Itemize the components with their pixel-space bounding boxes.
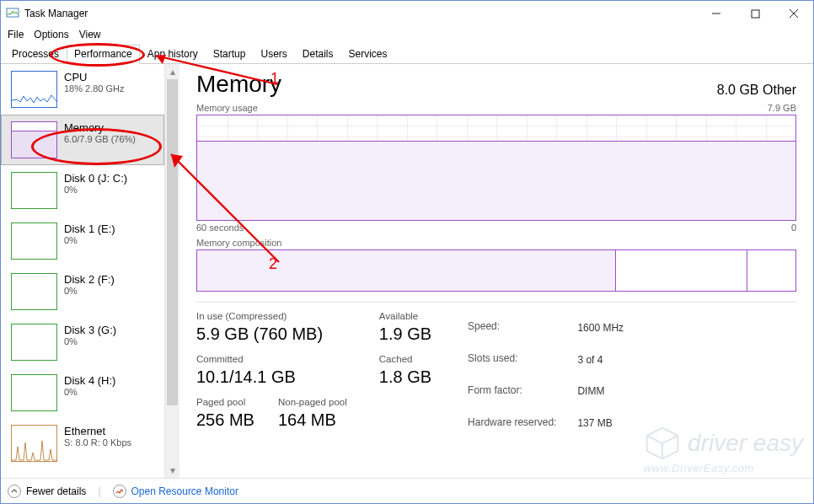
memory-composition-chart	[196, 249, 796, 292]
cached-label: Cached	[379, 354, 431, 364]
disk-mini-chart-icon	[11, 223, 57, 260]
scroll-up-icon[interactable]: ▴	[165, 64, 179, 79]
tab-processes[interactable]: Processes	[4, 45, 67, 64]
sidebar-item-label: Disk 1 (E:)	[64, 223, 115, 235]
disk-mini-chart-icon	[11, 172, 57, 209]
sidebar-item-disk0[interactable]: Disk 0 (J: C:) 0%	[1, 165, 164, 216]
form-value: DIMM	[576, 377, 624, 407]
memory-meta-table: Speed:1600 MHz Slots used:3 of 4 Form fa…	[465, 311, 626, 440]
sidebar: CPU 18% 2.80 GHz Memory 6.0/7.9 GB (76%)…	[1, 64, 179, 478]
sidebar-item-disk4[interactable]: Disk 4 (H:) 0%	[1, 367, 164, 418]
sidebar-item-value: 0%	[64, 286, 115, 296]
menu-options[interactable]: Options	[34, 29, 68, 40]
window-title: Task Manager	[24, 8, 88, 19]
tab-performance[interactable]: Performance	[67, 45, 140, 64]
resource-monitor-label: Open Resource Monitor	[131, 485, 238, 497]
sidebar-item-disk3[interactable]: Disk 3 (G:) 0%	[1, 317, 164, 367]
tab-details[interactable]: Details	[295, 45, 341, 64]
sidebar-item-label: CPU	[64, 71, 125, 83]
speed-label: Speed:	[467, 313, 575, 343]
watermark-url: www.DriverEasy.com	[644, 462, 803, 475]
scroll-thumb[interactable]	[167, 79, 178, 405]
main-panel: Memory 8.0 GB Other Memory usage 7.9 GB …	[179, 64, 813, 478]
watermark: driver easy www.DriverEasy.com	[644, 425, 803, 475]
sidebar-item-label: Disk 0 (J: C:)	[64, 172, 127, 185]
menu-view[interactable]: View	[79, 29, 101, 40]
sidebar-item-disk1[interactable]: Disk 1 (E:) 0%	[1, 216, 164, 266]
cpu-mini-chart-icon	[11, 71, 57, 108]
sidebar-item-cpu[interactable]: CPU 18% 2.80 GHz	[1, 64, 164, 115]
slots-value: 3 of 4	[576, 345, 624, 375]
sidebar-item-label: Memory	[64, 121, 136, 134]
sidebar-item-value: 0%	[64, 387, 115, 397]
scroll-down-icon[interactable]: ▾	[165, 463, 179, 478]
reserved-value: 137 MB	[576, 408, 624, 438]
inuse-value: 5.9 GB (760 MB)	[196, 324, 347, 344]
sidebar-item-label: Disk 2 (F:)	[64, 273, 115, 286]
watermark-brand: driver easy	[688, 430, 803, 457]
tabbar: Processes Performance App history Startu…	[1, 43, 813, 64]
sidebar-item-disk2[interactable]: Disk 2 (F:) 0%	[1, 266, 164, 317]
xaxis-left: 60 seconds	[196, 223, 244, 233]
composition-label: Memory composition	[196, 238, 796, 248]
paged-value: 256 MB	[196, 410, 254, 430]
sidebar-item-label: Disk 4 (H:)	[64, 374, 115, 387]
app-icon	[6, 6, 19, 22]
reserved-label: Hardware reserved:	[467, 408, 575, 438]
sidebar-item-value: 18% 2.80 GHz	[64, 83, 125, 94]
memory-mini-chart-icon	[11, 121, 57, 158]
svg-rect-2	[752, 10, 759, 18]
sidebar-item-value: 6.0/7.9 GB (76%)	[64, 134, 136, 144]
slots-label: Slots used:	[467, 345, 575, 375]
available-value: 1.9 GB	[379, 324, 431, 344]
sidebar-scrollbar[interactable]: ▴ ▾	[164, 64, 179, 478]
fewer-details-label: Fewer details	[26, 485, 86, 497]
usage-chart-label: Memory usage	[196, 103, 258, 113]
sidebar-item-value: 0%	[64, 235, 115, 245]
sidebar-item-ethernet[interactable]: Ethernet S: 8.0 R: 0 Kbps	[1, 418, 164, 469]
fewer-details-button[interactable]: Fewer details	[8, 485, 86, 498]
watermark-cube-icon	[644, 425, 681, 462]
sidebar-item-value: 0%	[64, 185, 127, 195]
tab-services[interactable]: Services	[341, 45, 395, 64]
minimize-button[interactable]	[697, 1, 736, 26]
chevron-up-icon	[8, 485, 21, 498]
memory-summary: 8.0 GB Other	[717, 83, 796, 98]
nonpaged-label: Non-paged pool	[278, 397, 347, 407]
separator: |	[98, 485, 100, 497]
disk-mini-chart-icon	[11, 324, 57, 361]
form-label: Form factor:	[467, 377, 575, 407]
disk-mini-chart-icon	[11, 374, 57, 411]
close-button[interactable]	[774, 1, 813, 26]
resource-monitor-icon	[113, 485, 126, 498]
tab-users[interactable]: Users	[253, 45, 294, 64]
usage-chart-max: 7.9 GB	[768, 103, 796, 113]
paged-label: Paged pool	[196, 397, 254, 407]
disk-mini-chart-icon	[11, 273, 57, 310]
sidebar-item-label: Disk 3 (G:)	[64, 324, 116, 336]
available-label: Available	[379, 311, 431, 321]
memory-usage-chart	[196, 115, 796, 221]
cached-value: 1.8 GB	[379, 367, 431, 387]
menu-file[interactable]: File	[8, 29, 24, 40]
titlebar: Task Manager	[1, 1, 813, 26]
page-title: Memory	[196, 71, 281, 98]
speed-value: 1600 MHz	[576, 313, 624, 343]
open-resource-monitor-link[interactable]: Open Resource Monitor	[113, 485, 238, 498]
xaxis-right: 0	[791, 223, 796, 233]
committed-value: 10.1/14.1 GB	[196, 367, 347, 387]
sidebar-item-label: Ethernet	[64, 425, 131, 437]
bottombar: Fewer details | Open Resource Monitor	[1, 478, 813, 503]
committed-label: Committed	[196, 354, 347, 364]
divider	[196, 302, 796, 303]
tab-startup[interactable]: Startup	[206, 45, 254, 64]
ethernet-mini-chart-icon	[11, 425, 57, 462]
nonpaged-value: 164 MB	[278, 410, 347, 430]
sidebar-item-value: 0%	[64, 336, 116, 346]
sidebar-item-memory[interactable]: Memory 6.0/7.9 GB (76%)	[1, 115, 164, 165]
menubar: File Options View	[1, 26, 813, 43]
maximize-button[interactable]	[736, 1, 774, 26]
tab-app-history[interactable]: App history	[140, 45, 206, 64]
sidebar-item-value: S: 8.0 R: 0 Kbps	[64, 437, 131, 448]
inuse-label: In use (Compressed)	[196, 311, 347, 321]
